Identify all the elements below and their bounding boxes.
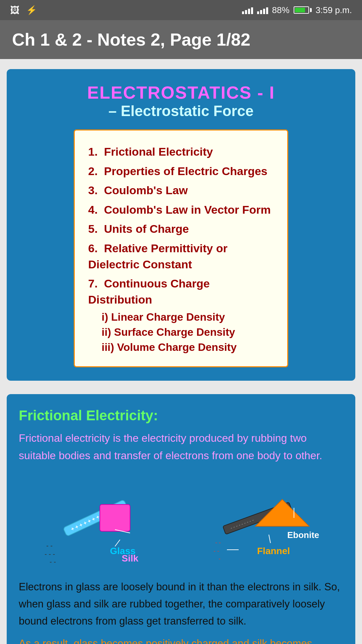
glass-silk-diagram: + + + + + + + + Glass Silk - - - - - - - (43, 481, 157, 568)
toc-item-2: 2. Properties of Electric Charges (88, 163, 274, 179)
battery-icon (294, 6, 312, 14)
svg-text:- - -: - - - (45, 550, 55, 558)
time-display: 3:59 p.m. (316, 5, 352, 15)
glass-silk-svg: + + + + + + + + Glass Silk - - - - - - - (43, 481, 157, 568)
usb-icon: ⚡ (26, 5, 37, 15)
frictional-definition: Frictional electricity is the electricit… (19, 430, 343, 464)
electrostatics-card: ELECTROSTATICS - I – Electrostatic Force… (7, 69, 355, 381)
svg-line-15 (269, 535, 270, 543)
image-icon: 🖼 (10, 5, 19, 16)
svg-text:- -: - - (214, 548, 219, 554)
toc-sub-item-2: ii) Surface Charge Density (102, 326, 274, 338)
signal-2 (257, 6, 268, 14)
status-bar: 🖼 ⚡ 88% 3:59 p.m. (0, 0, 362, 20)
toc-item-1: 1. Frictional Electricity (88, 144, 274, 160)
svg-rect-2 (100, 504, 130, 531)
diagrams-area: + + + + + + + + Glass Silk - - - - - - - (19, 474, 343, 568)
paragraph-1: Electrons in glass are loosely bound in … (19, 578, 343, 630)
svg-text:Flannel: Flannel (257, 546, 290, 556)
toc-item-7: 7. Continuous Charge Distribution (88, 276, 274, 308)
electrostatics-subtitle: – Electrostatic Force (17, 103, 345, 119)
status-left-icons: 🖼 ⚡ (10, 5, 37, 16)
status-right-info: 88% 3:59 p.m. (242, 5, 352, 15)
frictional-title: Frictional Electricity: (19, 408, 343, 424)
toc-item-5: 5. Units of Charge (88, 221, 274, 237)
toc-sub-item-3: iii) Volume Charge Density (102, 341, 274, 354)
electrostatics-title: ELECTROSTATICS - I (17, 83, 345, 103)
ebonite-flannel-svg: - - - - - - - - - Ebonite Flannel - - - … (205, 481, 319, 568)
toc-item-6: 6. Relative Permittivity or Dielectric C… (88, 240, 274, 272)
ebonite-flannel-diagram: - - - - - - - - - Ebonite Flannel - - - … (205, 481, 319, 568)
svg-line-3 (115, 540, 120, 546)
frictional-electricity-card: Frictional Electricity: Frictional elect… (7, 394, 355, 644)
svg-text:- -: - - (215, 539, 221, 546)
page-title: Ch 1 & 2 - Notes 2, Page 1/82 (12, 30, 350, 50)
svg-text:Ebonite: Ebonite (287, 530, 319, 540)
main-content: ELECTROSTATICS - I – Electrostatic Force… (0, 59, 362, 644)
toc-item-4: 4. Coulomb's Law in Vector Form (88, 202, 274, 218)
page-header: Ch 1 & 2 - Notes 2, Page 1/82 (0, 20, 362, 59)
battery-percent: 88% (272, 5, 290, 15)
svg-text:- -: - - (50, 558, 56, 566)
toc-item-3: 3. Coulomb's Law (88, 182, 274, 199)
signal-1 (242, 6, 253, 14)
paragraph-1-result: As a result, glass becomes positively ch… (19, 635, 343, 644)
svg-text:- -: - - (46, 542, 53, 549)
toc-sub-item-1: i) Linear Charge Density (102, 311, 274, 323)
table-of-contents: 1. Frictional Electricity 2. Properties … (74, 129, 288, 367)
svg-text:Silk: Silk (122, 553, 138, 564)
svg-text:-: - (219, 555, 221, 562)
